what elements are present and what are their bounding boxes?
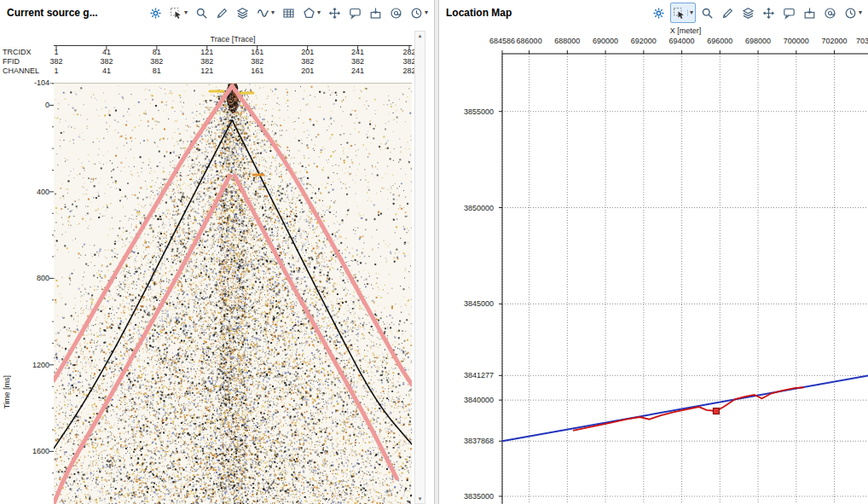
- layers-icon: [742, 7, 755, 20]
- clock-icon: [844, 7, 857, 20]
- export-icon: [369, 7, 382, 20]
- header-value: 41: [102, 67, 111, 75]
- header-value: 81: [153, 67, 161, 75]
- current-source-marker[interactable]: [713, 408, 719, 414]
- tool-layers-button[interactable]: [739, 3, 757, 23]
- tool-history-button[interactable]: ▾: [408, 3, 431, 23]
- header-row-label-ffid: FFID: [3, 57, 20, 66]
- header-value: 382: [351, 57, 364, 66]
- chevron-down-icon[interactable]: ▾: [687, 9, 693, 16]
- tool-select-mode-button[interactable]: ▾: [167, 3, 190, 23]
- tool-locate-button[interactable]: [821, 3, 839, 23]
- y-tick-label: 3840000: [444, 396, 494, 404]
- time-tick-label: 1600: [15, 447, 49, 455]
- header-row-label-channel: CHANNEL: [3, 67, 39, 75]
- source-gather-header: Current source g... ▾▾▾▾: [0, 0, 434, 26]
- y-tick-label: 3845000: [444, 299, 494, 308]
- header-value: 1: [54, 48, 58, 56]
- source-track: [573, 387, 804, 431]
- time-axis-label: Time [ms]: [3, 375, 11, 408]
- pencil-icon: [721, 7, 734, 20]
- app-window: Current source g... ▾▾▾▾ Trace [Trace] T…: [0, 0, 868, 504]
- tool-locate-button[interactable]: [387, 3, 405, 23]
- location-map-plot[interactable]: [497, 44, 868, 504]
- receiver-line: [502, 375, 868, 441]
- chevron-down-icon[interactable]: ▾: [271, 9, 275, 16]
- chevron-down-icon[interactable]: ▾: [317, 9, 321, 16]
- header-value: 121: [200, 67, 213, 75]
- chevron-down-icon[interactable]: ▾: [859, 9, 862, 16]
- gear-icon: [149, 7, 162, 20]
- y-tick-label: 3855000: [444, 107, 494, 116]
- header-value: 382: [49, 57, 62, 66]
- header-value: 382: [150, 57, 163, 66]
- header-value: 1: [54, 67, 58, 75]
- tool-move-button[interactable]: [760, 3, 778, 23]
- tool-edit-pick-button[interactable]: [213, 3, 231, 23]
- location-map-title: Location Map: [446, 7, 512, 19]
- header-value: 241: [351, 67, 364, 75]
- chevron-down-icon[interactable]: ▾: [425, 9, 428, 16]
- select-icon: [170, 7, 182, 20]
- clock-icon: [410, 7, 423, 20]
- time-tick-label: 800: [15, 274, 49, 282]
- tool-layers-button[interactable]: [234, 3, 252, 23]
- tool-export-image-button[interactable]: [801, 3, 819, 23]
- tool-export-image-button[interactable]: [367, 3, 385, 23]
- tool-settings-button[interactable]: [147, 3, 165, 23]
- gear-icon: [652, 7, 665, 20]
- at-icon: [824, 7, 836, 20]
- tool-annotation-button[interactable]: [780, 3, 798, 23]
- move-icon: [762, 7, 775, 20]
- header-value: 201: [301, 48, 314, 56]
- tool-move-button[interactable]: [326, 3, 344, 23]
- header-value: 81: [153, 48, 161, 56]
- tool-annotation-button[interactable]: [346, 3, 364, 23]
- time-tick-label: 1200: [15, 361, 49, 369]
- wave-icon: [257, 7, 269, 20]
- scroll-down-button[interactable]: ▾: [415, 495, 425, 502]
- layers-icon: [236, 7, 249, 20]
- tool-table-button[interactable]: [280, 3, 298, 23]
- tool-polygon-button[interactable]: ▾: [300, 3, 323, 23]
- location-map-panel: Location Map ▾▾ X [meter] 68458668600068…: [439, 0, 868, 504]
- location-map-toolbar: ▾▾: [650, 3, 865, 23]
- export-icon: [803, 7, 816, 20]
- tool-spectrum-button[interactable]: ▾: [254, 3, 277, 23]
- pencil-icon: [216, 7, 229, 20]
- y-tick-label: 3835000: [444, 492, 494, 501]
- time-axis: [43, 83, 55, 504]
- tool-settings-button[interactable]: [650, 3, 668, 23]
- tool-zoom-button[interactable]: [193, 3, 211, 23]
- header-value: 382: [251, 57, 263, 66]
- seismic-gather-canvas[interactable]: [54, 83, 412, 504]
- header-value: 382: [301, 57, 314, 66]
- y-tick-label: 3837868: [444, 437, 494, 445]
- tool-zoom-button[interactable]: [698, 3, 716, 23]
- move-icon: [328, 7, 341, 20]
- header-value: 382: [100, 57, 113, 66]
- source-gather-panel: Current source g... ▾▾▾▾ Trace [Trace] T…: [0, 0, 434, 504]
- x-axis-title: X [meter]: [670, 26, 702, 35]
- header-value: 201: [301, 67, 314, 75]
- tool-history-button[interactable]: ▾: [842, 3, 865, 23]
- table-icon: [282, 7, 295, 20]
- chevron-down-icon[interactable]: ▾: [184, 9, 188, 16]
- zoom-icon: [701, 7, 714, 20]
- vertical-scrollbar[interactable]: ▴ ▾: [414, 31, 425, 504]
- tool-select-mode-button[interactable]: ▾: [670, 3, 696, 23]
- header-value: 41: [102, 48, 111, 56]
- source-gather-title: Current source g...: [7, 7, 98, 19]
- y-tick-label: 3841277: [444, 371, 494, 379]
- tool-edit-pick-button[interactable]: [719, 3, 737, 23]
- y-tick-label: 3850000: [444, 204, 494, 212]
- scroll-up-button[interactable]: ▴: [415, 32, 425, 39]
- header-value: 161: [251, 48, 263, 56]
- header-value: 121: [200, 48, 213, 56]
- header-value: 161: [251, 67, 263, 75]
- source-gather-toolbar: ▾▾▾▾: [147, 3, 431, 23]
- header-value: 382: [200, 57, 213, 66]
- trace-axis-title: Trace [Trace]: [211, 35, 256, 43]
- time-tick-label: 0: [15, 101, 49, 109]
- polygon-icon: [303, 7, 315, 20]
